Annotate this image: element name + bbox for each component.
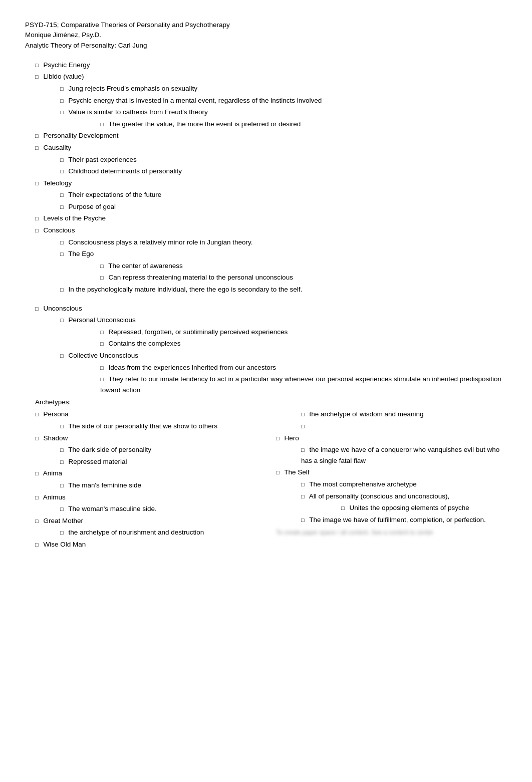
- list-item: Their past experiences: [35, 154, 507, 165]
- list-item: Libido (value) Jung rejects Freud's emph…: [25, 71, 507, 129]
- sub-list: Repressed, forgotten, or subliminally pe…: [60, 327, 507, 349]
- list-item: Hero the image we have of a conqueror wh…: [276, 433, 507, 466]
- list-item: Personal Unconscious Repressed, forgotte…: [35, 315, 507, 349]
- list-item: Persona The side of our personality that…: [35, 409, 266, 431]
- list-item: Wise Old Man: [35, 539, 266, 550]
- list-item: Consciousness plays a relatively minor r…: [35, 237, 507, 248]
- list-item: Jung rejects Freud's emphasis on sexuali…: [35, 83, 507, 94]
- list-item: the archetype of wisdom and meaning: [276, 409, 507, 420]
- list-item: Repressed, forgotten, or subliminally pe…: [60, 327, 507, 338]
- sub-list: the archetype of nourishment and destruc…: [35, 527, 266, 538]
- unconscious-list: Unconscious Personal Unconscious Repress…: [25, 303, 507, 396]
- list-item: The dark side of personality: [35, 444, 266, 455]
- list-item: The side of our personality that we show…: [35, 421, 266, 432]
- sub-list: Personal Unconscious Repressed, forgotte…: [35, 315, 507, 395]
- list-item: Can repress threatening material to the …: [60, 272, 507, 283]
- list-item: Value is similar to cathexis from Freud'…: [35, 107, 507, 129]
- list-item: Causality Their past experiences Childho…: [25, 142, 507, 177]
- sub-list: the archetype of wisdom and meaning □: [276, 409, 507, 431]
- list-item: The Ego The center of awareness Can repr…: [35, 248, 507, 283]
- sub-list: Jung rejects Freud's emphasis on sexuali…: [35, 83, 507, 129]
- list-item: Contains the complexes: [60, 338, 507, 349]
- archetypes-left-col: Persona The side of our personality that…: [35, 408, 266, 551]
- sub-list: the image we have of a conqueror who van…: [276, 444, 507, 466]
- header-line2: Monique Jiménez, Psy.D.: [25, 30, 507, 40]
- sub-list: Ideas from the experiences inherited fro…: [60, 362, 507, 396]
- list-item: Levels of the Psyche: [25, 213, 507, 224]
- archetypes-right-list: the archetype of wisdom and meaning □ He…: [276, 409, 507, 538]
- list-item: The image we have of fulfillment, comple…: [276, 514, 507, 526]
- document-header: PSYD-715; Comparative Theories of Person…: [25, 20, 507, 51]
- list-item: Personality Development: [25, 130, 507, 141]
- list-item: Psychic Energy: [25, 60, 507, 71]
- list-item: Childhood determinants of personality: [35, 166, 507, 177]
- list-item: The most comprehensive archetype: [276, 479, 507, 490]
- sub-list: The center of awareness Can repress thre…: [60, 260, 507, 283]
- list-item: Unites the opposing elements of psyche: [301, 502, 507, 513]
- sub-list: Their past experiences Childhood determi…: [35, 154, 507, 177]
- list-item: The Self The most comprehensive archetyp…: [276, 467, 507, 525]
- list-item: the image we have of a conqueror who van…: [276, 444, 507, 466]
- list-item: the archetype of nourishment and destruc…: [35, 527, 266, 538]
- sub-list: The dark side of personality Repressed m…: [35, 444, 266, 467]
- list-item: Anima The man's feminine side: [35, 468, 266, 490]
- sub-list: The woman's masculine side.: [35, 503, 266, 514]
- archetypes-left-list: Persona The side of our personality that…: [35, 409, 266, 550]
- list-item: Their expectations of the future: [35, 189, 507, 200]
- list-item: Conscious Consciousness plays a relative…: [25, 225, 507, 295]
- list-item: The greater the value, the more the even…: [60, 119, 507, 130]
- header-line1: PSYD-715; Comparative Theories of Person…: [25, 20, 507, 30]
- list-item: The center of awareness: [60, 260, 507, 272]
- main-outline: Psychic Energy Libido (value) Jung rejec…: [25, 60, 507, 295]
- sub-list: The greater the value, the more the even…: [60, 119, 507, 130]
- list-item: In the psychologically mature individual…: [35, 284, 507, 295]
- sub-list: The man's feminine side: [35, 480, 266, 491]
- sub-list: Their expectations of the future Purpose…: [35, 189, 507, 212]
- list-item: They refer to our innate tendency to act…: [60, 374, 507, 395]
- archetypes-right-col: the archetype of wisdom and meaning □ He…: [276, 408, 507, 551]
- blurred-text: To create paper space / all content. See…: [276, 528, 507, 538]
- sub-list: The side of our personality that we show…: [35, 421, 266, 432]
- list-item: Ideas from the experiences inherited fro…: [60, 362, 507, 373]
- unconscious-section: Unconscious Personal Unconscious Repress…: [25, 303, 507, 551]
- sub-list: Unites the opposing elements of psyche: [301, 502, 507, 513]
- list-item: Great Mother the archetype of nourishmen…: [35, 515, 266, 538]
- list-item: Psychic energy that is invested in a men…: [35, 95, 507, 106]
- list-item: Animus The woman's masculine side.: [35, 492, 266, 514]
- list-item: Collective Unconscious Ideas from the ex…: [35, 350, 507, 395]
- list-item: □: [276, 421, 507, 432]
- list-item: Teleology Their expectations of the futu…: [25, 178, 507, 212]
- list-item: The man's feminine side: [35, 480, 266, 491]
- list-item: Unconscious Personal Unconscious Repress…: [25, 303, 507, 396]
- list-item: the archetype of wisdom and meaning □: [276, 409, 507, 431]
- list-item: Repressed material: [35, 456, 266, 467]
- list-item: Shadow The dark side of personality Repr…: [35, 433, 266, 467]
- archetypes-two-col: Persona The side of our personality that…: [25, 408, 507, 551]
- list-item: Purpose of goal: [35, 201, 507, 212]
- list-item: The woman's masculine side.: [35, 503, 266, 514]
- blurred-text-item: To create paper space / all content. See…: [276, 528, 507, 538]
- header-line3: Analytic Theory of Personality: Carl Jun…: [25, 41, 507, 51]
- sub-list: The most comprehensive archetype All of …: [276, 479, 507, 525]
- archetypes-label: Archetypes:: [25, 398, 507, 406]
- sub-list: Consciousness plays a relatively minor r…: [35, 237, 507, 295]
- list-item: All of personality (conscious and uncons…: [276, 491, 507, 513]
